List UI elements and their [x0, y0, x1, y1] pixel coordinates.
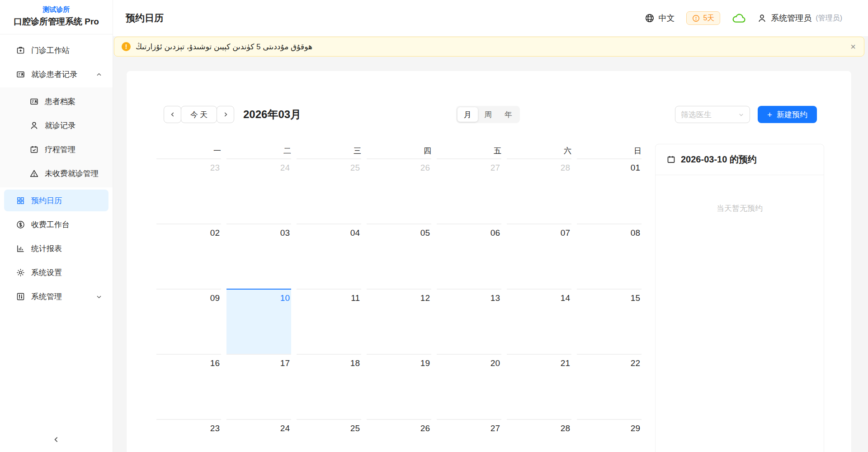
- banner-close-icon[interactable]: ×: [850, 42, 856, 51]
- sidebar-item-系统管理[interactable]: 系统管理: [4, 285, 108, 307]
- sidebar-item-label: 就诊记录: [45, 120, 102, 131]
- weekday-label: 二: [226, 144, 297, 158]
- calendar-day[interactable]: 24: [226, 419, 291, 452]
- warning-triangle-icon: [29, 169, 39, 178]
- bar-chart-icon: [16, 244, 25, 253]
- calendar-day[interactable]: 23: [156, 419, 221, 452]
- panel-title: 2026-03-10 的预约: [681, 153, 757, 166]
- calendar-day[interactable]: 05: [367, 224, 431, 289]
- calendar-day-selected[interactable]: 10: [226, 289, 291, 354]
- chevron-down-icon: [96, 293, 102, 300]
- cloud-sync-icon[interactable]: [732, 13, 745, 24]
- calendar-day[interactable]: 28: [507, 419, 571, 452]
- sidebar-item-label: 疗程管理: [45, 144, 102, 155]
- view-option-周[interactable]: 周: [478, 107, 498, 122]
- panel-empty-text: 当天暂无预约: [656, 203, 824, 214]
- view-option-年[interactable]: 年: [498, 107, 519, 122]
- prev-month-button[interactable]: [164, 106, 181, 123]
- calendar-day[interactable]: 22: [577, 354, 642, 419]
- user-name: 系统管理员: [771, 13, 811, 24]
- sidebar-item-门诊工作站[interactable]: 门诊工作站: [4, 39, 108, 61]
- calendar-day[interactable]: 12: [367, 289, 431, 354]
- calendar-day-cell: 19: [367, 354, 437, 419]
- sidebar-item-label: 未收费就诊管理: [45, 168, 102, 179]
- toolbar-left: 今天 2026年03月: [164, 106, 301, 123]
- today-button[interactable]: 今天: [181, 106, 217, 123]
- app-logo: 测试诊所 口腔诊所管理系统 Pro: [0, 0, 113, 34]
- sidebar-item-未收费就诊管理[interactable]: 未收费就诊管理: [4, 162, 108, 184]
- calendar-day[interactable]: 27: [437, 419, 501, 452]
- calendar-day[interactable]: 28: [507, 158, 571, 224]
- chevron-left-icon: [52, 436, 60, 443]
- doctor-filter-select[interactable]: 筛选医生: [675, 106, 750, 123]
- calendar-day[interactable]: 23: [156, 158, 221, 224]
- calendar-day[interactable]: 16: [156, 354, 221, 419]
- sidebar-item-患者档案[interactable]: 患者档案: [4, 90, 108, 112]
- calendar-check-icon: [29, 145, 39, 154]
- calendar-day[interactable]: 21: [507, 354, 571, 419]
- doctor-filter-placeholder: 筛选医生: [681, 109, 738, 120]
- calendar-day[interactable]: 01: [577, 158, 642, 224]
- license-days-label: 5天: [703, 14, 714, 23]
- calendar-day[interactable]: 02: [156, 224, 221, 289]
- exclamation-circle-icon: [692, 14, 700, 22]
- calendar-day[interactable]: 19: [367, 354, 431, 419]
- calendar-day[interactable]: 03: [226, 224, 291, 289]
- calendar-week-row: 02030405060708: [156, 224, 647, 289]
- language-switcher[interactable]: 中文: [645, 13, 675, 24]
- sidebar-item-系统设置[interactable]: 系统设置: [4, 262, 108, 283]
- calendar-day-cell: 27: [437, 419, 507, 452]
- calendar-day[interactable]: 11: [297, 289, 361, 354]
- calendar-day[interactable]: 07: [507, 224, 571, 289]
- calendar-month-title: 2026年03月: [243, 107, 301, 122]
- sidebar-item-预约日历[interactable]: 预约日历: [4, 190, 108, 211]
- app-title: 口腔诊所管理系统 Pro: [4, 16, 109, 28]
- weekday-label: 日: [577, 144, 647, 158]
- next-month-button[interactable]: [217, 106, 234, 123]
- sidebar-item-就诊记录[interactable]: 就诊记录: [4, 114, 108, 136]
- calendar-day[interactable]: 09: [156, 289, 221, 354]
- clinic-name-badge: 测试诊所: [4, 5, 109, 14]
- new-appointment-button[interactable]: + 新建预约: [758, 106, 817, 123]
- banner-message: ھوقۇق مۇددىتى 5 كۈندىن كېيىن توشىدۇ، تېز…: [136, 42, 312, 52]
- calendar-day[interactable]: 24: [226, 158, 291, 224]
- idcard-icon: [16, 70, 25, 79]
- calendar-day[interactable]: 13: [437, 289, 501, 354]
- calendar-day[interactable]: 25: [297, 158, 361, 224]
- sidebar-item-label: 患者档案: [45, 96, 102, 107]
- calendar-day[interactable]: 29: [577, 419, 642, 452]
- calendar-day[interactable]: 25: [297, 419, 361, 452]
- grid-icon: [16, 196, 25, 205]
- sidebar-item-统计报表[interactable]: 统计报表: [4, 238, 108, 259]
- calendar-day[interactable]: 14: [507, 289, 571, 354]
- sidebar-item-疗程管理[interactable]: 疗程管理: [4, 138, 108, 160]
- calendar-day[interactable]: 17: [226, 354, 291, 419]
- calendar-day[interactable]: 15: [577, 289, 642, 354]
- plus-icon: +: [767, 110, 772, 119]
- calendar-toolbar: 今天 2026年03月 月周年 筛选医生 +: [164, 106, 817, 123]
- calendar-day[interactable]: 18: [297, 354, 361, 419]
- sidebar-collapse-button[interactable]: [49, 432, 64, 447]
- calendar-day[interactable]: 26: [367, 419, 431, 452]
- calendar-day-cell: 27: [437, 158, 507, 224]
- calendar-day-cell: 29: [577, 419, 647, 452]
- license-days-badge[interactable]: 5天: [686, 11, 720, 25]
- chevron-left-icon: [170, 111, 176, 118]
- calendar-day[interactable]: 06: [437, 224, 501, 289]
- sidebar-footer: [0, 427, 113, 452]
- calendar-day-cell: 02: [156, 224, 226, 289]
- sidebar-item-收费工作台[interactable]: 收费工作台: [4, 214, 108, 235]
- calendar-day-cell: 18: [297, 354, 367, 419]
- view-option-月[interactable]: 月: [458, 107, 478, 122]
- calendar-day[interactable]: 20: [437, 354, 501, 419]
- calendar-card: 今天 2026年03月 月周年 筛选医生 +: [127, 71, 851, 452]
- calendar-day[interactable]: 26: [367, 158, 431, 224]
- calendar-day[interactable]: 04: [297, 224, 361, 289]
- page-title: 预约日历: [126, 12, 164, 24]
- sidebar-item-label: 系统设置: [31, 267, 102, 278]
- calendar-day[interactable]: 08: [577, 224, 642, 289]
- user-menu[interactable]: 系统管理员 (管理员): [757, 13, 842, 24]
- sidebar-item-就诊患者记录[interactable]: 就诊患者记录: [4, 63, 108, 85]
- calendar-day[interactable]: 27: [437, 158, 501, 224]
- calendar-day-cell: 28: [507, 419, 577, 452]
